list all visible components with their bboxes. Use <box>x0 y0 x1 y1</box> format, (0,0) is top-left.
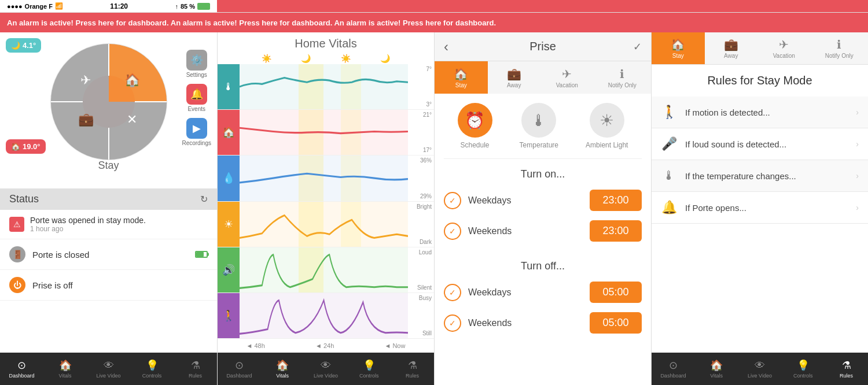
indoor-temp-value: 19.0° <box>23 142 41 151</box>
weekdays-check-on: ✓ <box>444 192 461 209</box>
battery-indicator <box>195 251 208 258</box>
prise-tab-vacation[interactable]: ✈ Vacation <box>540 61 594 94</box>
prise-tab-notify[interactable]: ℹ Notify Only <box>594 61 652 94</box>
temperature-icon-item[interactable]: 🌡 Temperature <box>520 103 558 149</box>
turn-on-weekdays[interactable]: ✓ Weekdays 23:00 <box>444 185 642 216</box>
stay-tab-icon: 🏠 <box>454 67 468 81</box>
porte-status-item[interactable]: 🚪 Porte is closed <box>0 239 217 270</box>
circular-menu[interactable]: 🏠 ✕ 💼 ✈ <box>45 38 172 165</box>
events-nav-item[interactable]: 🔔 Events <box>182 84 211 112</box>
weekends-check-on: ✓ <box>444 223 461 240</box>
weekends-time-off[interactable]: 05:00 <box>590 312 642 334</box>
tab-vitals-p1[interactable]: 🏠 Vitals <box>43 353 87 385</box>
tab-dashboard-p2[interactable]: ⊙ Dashboard <box>218 353 261 385</box>
controls-tab-label: Controls <box>142 373 162 379</box>
alert-text: Porte was opened in stay mode. <box>30 216 146 225</box>
prise-name: Prise is off <box>32 280 208 290</box>
outdoor-temp-badge: 🌙 4.1° <box>6 38 41 53</box>
rules-away-label: Away <box>724 53 738 59</box>
tab-dashboard-p1[interactable]: ⊙ Dashboard <box>0 353 43 385</box>
rule-item-sound[interactable]: 🎤 If loud sound is detected... › <box>652 128 868 160</box>
turn-off-weekends[interactable]: ✓ Weekends 05:00 <box>444 308 642 338</box>
weekends-time-on[interactable]: 23:00 <box>590 220 642 242</box>
porte-name: Porte is closed <box>32 250 188 260</box>
rules-tab-stay[interactable]: 🏠 Stay <box>652 32 705 64</box>
temperature-rule-text: If the temperature changes... <box>685 171 848 181</box>
livevideo-tab-label: Live Video <box>97 373 121 379</box>
alarm-banner[interactable]: An alarm is active! Press here for dashb… <box>0 13 868 32</box>
dashboard-label-p4: Dashboard <box>660 373 686 379</box>
tab-rules-p2[interactable]: ⚗ Rules <box>391 353 434 385</box>
tab-vitals-p4[interactable]: 🏠 Vitals <box>695 353 738 385</box>
tab-dashboard-p4[interactable]: ⊙ Dashboard <box>652 353 695 385</box>
vacation-tab-icon: ✈ <box>562 67 572 81</box>
tab-controls-p1[interactable]: 💡 Controls <box>130 353 174 385</box>
settings-nav-item[interactable]: ⚙️ Settings <box>182 50 211 78</box>
weekdays-time-off[interactable]: 05:00 <box>590 282 642 303</box>
rules-stay-icon: 🏠 <box>671 38 685 51</box>
rules-mode-tabs: 🏠 Stay 💼 Away ✈ Vacation ℹ Notify Only <box>652 32 868 65</box>
panel-prise: ‹ Prise ✓ 🏠 Stay 💼 Away ✈ Vacation ℹ Not… <box>434 32 651 385</box>
rules-tab-notify[interactable]: ℹ Notify Only <box>811 32 869 64</box>
refresh-icon[interactable]: ↻ <box>200 194 208 205</box>
svg-text:💼: 💼 <box>78 112 94 127</box>
status-alert-item[interactable]: ⚠ Porte was opened in stay mode. 1 hour … <box>0 210 217 239</box>
rules-vacation-icon: ✈ <box>779 38 789 51</box>
weekdays-time-on[interactable]: 23:00 <box>590 190 642 211</box>
prise-tab-stay[interactable]: 🏠 Stay <box>435 61 488 94</box>
rule-item-temperature[interactable]: 🌡 If the temperature changes... › <box>652 160 868 192</box>
weekdays-label-off: Weekdays <box>468 287 583 298</box>
livevideo-icon-p2: 👁 <box>321 360 331 372</box>
away-tab-icon: 💼 <box>507 67 521 81</box>
tab-rules-p1[interactable]: ⚗ Rules <box>174 353 217 385</box>
prise-checkmark[interactable]: ✓ <box>624 40 642 53</box>
turn-off-section: Turn off... ✓ Weekdays 05:00 ✓ Weekends … <box>444 251 642 343</box>
schedule-icon-item[interactable]: ⏰ Schedule <box>458 103 492 149</box>
battery-icon-status <box>197 3 210 10</box>
rule-item-porte[interactable]: 🔔 If Porte opens... › <box>652 192 868 224</box>
rules-tab-away[interactable]: 💼 Away <box>705 32 758 64</box>
outdoor-temp-icon: 🌙 <box>11 41 20 50</box>
dashboard-icon-p4: ⊙ <box>669 359 678 372</box>
tab-livevideo-p2[interactable]: 👁 Live Video <box>304 353 348 385</box>
vitals-footer: ◄ 48h ◄ 24h ◄ Now <box>218 338 434 353</box>
tab-rules-p4[interactable]: ⚗ Rules <box>825 353 868 385</box>
light-icon-label: Ambient Light <box>586 141 628 149</box>
rules-tab-vacation[interactable]: ✈ Vacation <box>757 32 811 64</box>
prise-back-button[interactable]: ‹ <box>444 39 461 55</box>
dashboard-icon-p2: ⊙ <box>235 359 244 372</box>
light-icon-item[interactable]: ☀ Ambient Light <box>586 103 628 149</box>
rule-item-motion[interactable]: 🚶 If motion is detected... › <box>652 97 868 128</box>
wifi-icon: 📶 <box>55 2 63 10</box>
status-bar: ●●●● Orange F 📶 11:20 ↑ 85 % <box>0 0 217 12</box>
tab-vitals-p2[interactable]: 🏠 Vitals <box>261 353 304 385</box>
controls-tab-icon: 💡 <box>146 359 159 372</box>
turn-off-label: Turn off... <box>444 256 642 277</box>
prise-status-item[interactable]: ⏻ Prise is off <box>0 270 217 301</box>
tab-livevideo-p1[interactable]: 👁 Live Video <box>87 353 130 385</box>
turn-off-weekdays[interactable]: ✓ Weekdays 05:00 <box>444 277 642 308</box>
notify-tab-icon: ℹ <box>620 67 624 81</box>
footer-24h[interactable]: ◄ 24h <box>315 342 334 349</box>
recordings-nav-item[interactable]: ▶ Recordings <box>182 118 211 146</box>
status-title: Status <box>9 193 39 205</box>
chart-row-sound: 🔊 LoudSilent <box>218 247 434 293</box>
weekdays-check-off: ✓ <box>444 284 461 301</box>
rules-icon-p2: ⚗ <box>408 359 417 372</box>
rules-content: Rules for Stay Mode 🚶 If motion is detec… <box>652 65 868 353</box>
livevideo-label-p4: Live Video <box>748 373 772 379</box>
controls-label-p4: Controls <box>793 373 813 379</box>
tab-livevideo-p4[interactable]: 👁 Live Video <box>738 353 782 385</box>
vitals-header: Home Vitals <box>218 32 434 53</box>
vitals-title: Home Vitals <box>295 37 356 50</box>
footer-now[interactable]: ◄ Now <box>384 342 405 349</box>
turn-on-weekends[interactable]: ✓ Weekends 23:00 <box>444 216 642 246</box>
prise-tab-away[interactable]: 💼 Away <box>488 61 541 94</box>
chart-row-motion: 🚶 BusyStill <box>218 293 434 338</box>
prise-header: ‹ Prise ✓ <box>435 32 651 61</box>
tab-controls-p4[interactable]: 💡 Controls <box>781 353 825 385</box>
footer-48h[interactable]: ◄ 48h <box>247 342 265 349</box>
tab-controls-p2[interactable]: 💡 Controls <box>347 353 391 385</box>
panel-vitals: Home Vitals ☀️ 🌙 ☀️ 🌙 🌡 <box>217 32 434 385</box>
panel-rules: 🏠 Stay 💼 Away ✈ Vacation ℹ Notify Only R… <box>651 32 868 385</box>
